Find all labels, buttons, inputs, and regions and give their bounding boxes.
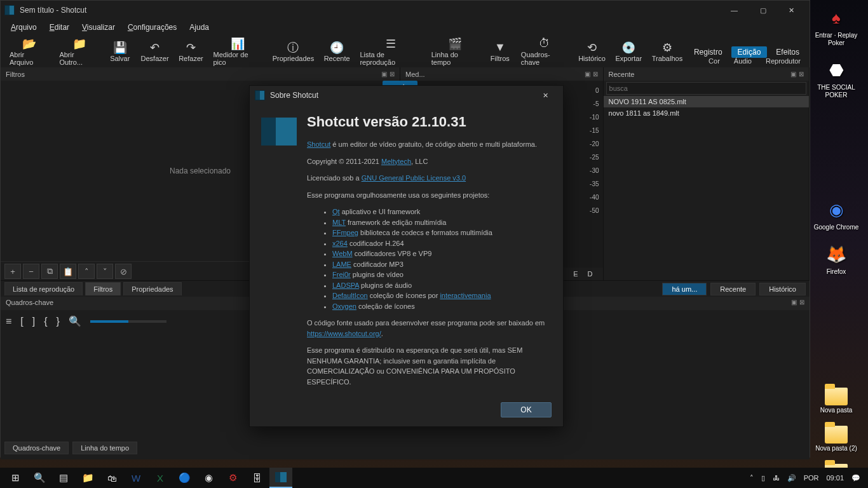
chrome-icon[interactable]: ◉ <box>197 468 220 488</box>
app-icon-1[interactable]: 🔵 <box>173 468 196 488</box>
menu-visualizar[interactable]: Visualizar <box>77 22 120 33</box>
proj-link[interactable]: WebM <box>332 250 353 257</box>
recent-item[interactable]: NOVO 1911 AS 0825.mlt <box>604 96 809 107</box>
close-icon[interactable]: ⊠ <box>799 299 804 308</box>
tray-time[interactable]: 09:01 <box>826 474 844 482</box>
toolbar-hist-rico[interactable]: ⟲Histórico <box>573 36 610 67</box>
menu-ajuda[interactable]: Ajuda <box>184 22 214 33</box>
proj-link[interactable]: interactivemania <box>440 292 491 299</box>
explorer-icon[interactable]: 📁 <box>76 468 99 488</box>
curly-open-icon[interactable]: { <box>44 316 47 327</box>
toolbar-filtros[interactable]: ▼Filtros <box>484 36 516 67</box>
zoom-slider[interactable] <box>90 320 166 323</box>
bracket-close-icon[interactable]: ] <box>32 316 35 327</box>
source-link[interactable]: https://www.shotcut.org/ <box>307 330 381 337</box>
proj-link[interactable]: Qt <box>332 208 340 215</box>
disable-filter-button[interactable]: ⊘ <box>115 264 132 279</box>
toolbar-right-efeitos[interactable]: Efeitos <box>770 46 806 58</box>
toolbar-propriedades[interactable]: ⓘPropriedades <box>268 36 319 67</box>
app-icon-2[interactable]: ⚙ <box>221 468 244 488</box>
store-icon[interactable]: 🛍 <box>100 468 123 488</box>
proj-link[interactable]: LAME <box>332 261 351 268</box>
toolbar-linha-do-tempo[interactable]: 🎬Linha do tempo <box>426 36 484 67</box>
desktop-nova-pasta[interactable]: Nova pasta <box>811 388 862 414</box>
toolbar-desfazer[interactable]: ↶Desfazer <box>136 36 174 67</box>
toolbar-medidor-de-pico[interactable]: 📊Medidor de pico <box>208 36 268 67</box>
proj-link[interactable]: Oxygen <box>332 302 356 310</box>
remove-filter-button[interactable]: − <box>23 264 39 279</box>
tab-filtros[interactable]: Filtros <box>85 282 121 295</box>
toolbar-salvar[interactable]: 💾Salvar <box>104 36 136 67</box>
tab-propriedades[interactable]: Propriedades <box>123 282 181 295</box>
taskview-icon[interactable]: ▤ <box>52 468 75 488</box>
tab-historico[interactable]: Histórico <box>759 283 806 295</box>
curly-close-icon[interactable]: } <box>57 316 60 327</box>
tab-linha-tempo[interactable]: Linha do tempo <box>72 442 137 454</box>
toolbar-quadros-chave[interactable]: ⏱Quadros-chave <box>516 36 573 67</box>
maximize-button[interactable]: ▢ <box>749 1 777 20</box>
toolbar-bottom-cor[interactable]: Cor <box>709 57 720 65</box>
about-ok-button[interactable]: OK <box>501 402 552 417</box>
toolbar-recente[interactable]: 🕘Recente <box>319 36 355 67</box>
close-icon[interactable]: ⊠ <box>390 71 395 78</box>
desktop-entrar-replay-poker[interactable]: ♠Entrar · Replay Poker <box>811 6 862 47</box>
undock-icon[interactable]: ▣ <box>791 299 797 308</box>
tray-volume-icon[interactable]: 🔊 <box>787 474 796 482</box>
zoom-out-icon[interactable]: 🔍 <box>69 315 81 327</box>
tab-lista-de-reprodu-o[interactable]: Lista de reprodução <box>4 282 83 295</box>
meltytech-link[interactable]: Meltytech <box>381 158 411 165</box>
app-icon-3[interactable]: 🗄 <box>245 468 268 488</box>
toolbar-abrir-outro-[interactable]: 📁Abrir Outro... <box>54 36 104 67</box>
down-filter-button[interactable]: ˅ <box>97 264 113 279</box>
close-icon[interactable]: ⊠ <box>593 71 598 78</box>
undock-icon[interactable]: ▣ <box>381 71 387 78</box>
add-filter-button[interactable]: + <box>4 264 21 279</box>
desktop-the-social-poker[interactable]: ⬣THE SOCIAL POKER <box>811 58 862 99</box>
ha-um-button[interactable]: há um... <box>662 283 707 295</box>
toolbar-trabalhos[interactable]: ⚙Trabalhos <box>647 36 688 67</box>
license-link[interactable]: GNU General Public License v3.0 <box>362 174 466 182</box>
proj-link[interactable]: Frei0r <box>332 271 351 278</box>
proj-link[interactable]: DefaultIcon <box>332 292 368 299</box>
close-button[interactable]: ✕ <box>777 1 806 20</box>
minimize-button[interactable]: — <box>720 1 749 20</box>
search-icon[interactable]: 🔍 <box>28 468 51 488</box>
tray-network-icon[interactable]: 🖧 <box>773 474 780 482</box>
tray-notifications-icon[interactable]: 💬 <box>851 474 860 482</box>
shotcut-task-icon[interactable] <box>269 468 292 488</box>
toolbar-right-registro[interactable]: Registro <box>688 46 729 58</box>
copy-filter-button[interactable]: ⧉ <box>41 264 58 279</box>
toolbar-bottom-reprodutor[interactable]: Reprodutor <box>766 57 801 65</box>
tray-battery-icon[interactable]: ▯ <box>761 474 765 482</box>
about-close-button[interactable]: ✕ <box>532 86 558 105</box>
proj-link[interactable]: LADSPA <box>332 281 359 289</box>
toolbar-abrir-arquivo[interactable]: 📂Abrir Arquivo <box>4 36 54 67</box>
start-button[interactable]: ⊞ <box>4 468 27 488</box>
proj-link[interactable]: FFmpeg <box>332 229 358 236</box>
desktop-nova-pasta-2-[interactable]: Nova pasta (2) <box>811 426 862 452</box>
up-filter-button[interactable]: ˄ <box>78 264 95 279</box>
undock-icon[interactable]: ▣ <box>790 71 796 78</box>
toolbar-right-edição[interactable]: Edição <box>731 46 768 58</box>
paste-filter-button[interactable]: 📋 <box>60 264 76 279</box>
proj-link[interactable]: x264 <box>332 240 348 247</box>
toolbar-bottom-áudio[interactable]: Áudio <box>734 57 752 65</box>
proj-link[interactable]: MLT <box>332 219 346 226</box>
word-icon[interactable]: W <box>125 468 147 488</box>
hamburger-icon[interactable]: ≡ <box>6 316 11 327</box>
undock-icon[interactable]: ▣ <box>585 71 590 78</box>
toolbar-exportar[interactable]: 💿Exportar <box>611 36 647 67</box>
bracket-open-icon[interactable]: [ <box>20 316 23 327</box>
recent-item[interactable]: novo 1811 as 1849.mlt <box>604 107 809 119</box>
toolbar-refazer[interactable]: ↷Refazer <box>173 36 208 67</box>
menu-configurações[interactable]: Configurações <box>123 22 182 33</box>
desktop-firefox[interactable]: 🦊Firefox <box>811 243 862 276</box>
desktop-google-chrome[interactable]: ◉Google Chrome <box>811 198 862 231</box>
close-icon[interactable]: ⊠ <box>799 71 804 78</box>
tab-recente[interactable]: Recente <box>710 283 756 295</box>
recent-search-input[interactable] <box>606 82 806 95</box>
toolbar-lista-de-reprodu-o[interactable]: ☰Lista de reprodução <box>355 36 426 67</box>
tray-chevron-icon[interactable]: ˄ <box>750 474 754 482</box>
menu-arquivo[interactable]: Arquivo <box>6 22 42 33</box>
excel-icon[interactable]: X <box>149 468 172 488</box>
